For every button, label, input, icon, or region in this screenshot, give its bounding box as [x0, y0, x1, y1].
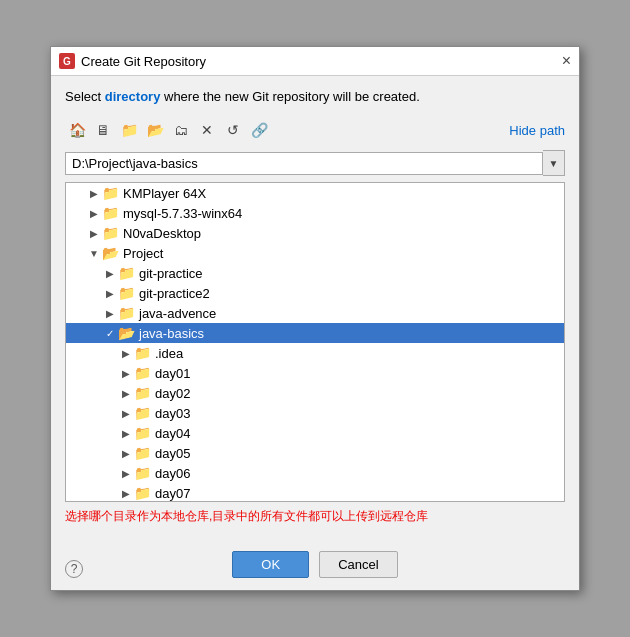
- create-git-repository-dialog: G Create Git Repository × Select directo…: [50, 46, 580, 591]
- path-dropdown-button[interactable]: ▼: [543, 150, 565, 176]
- description-text: Select directory where the new Git repos…: [65, 88, 565, 106]
- folder-icon: 📁: [102, 225, 119, 241]
- tree-item-label: day02: [155, 386, 190, 401]
- tree-item-day07[interactable]: ▶ 📁 day07: [66, 483, 564, 502]
- refresh-folder-button[interactable]: 🗂: [169, 118, 193, 142]
- expand-arrow: ▶: [118, 428, 134, 439]
- expand-arrow: ▶: [118, 448, 134, 459]
- folder-icon: 📁: [134, 345, 151, 361]
- path-input[interactable]: [65, 152, 543, 175]
- sync-button[interactable]: ↺: [221, 118, 245, 142]
- tree-item-label: day04: [155, 426, 190, 441]
- expand-arrow: ▶: [86, 208, 102, 219]
- expand-arrow: ▶: [118, 468, 134, 479]
- tree-item-n0va[interactable]: ▶ 📁 N0vaDesktop: [66, 223, 564, 243]
- tree-item-label: java-basics: [139, 326, 204, 341]
- tree-item-mysql[interactable]: ▶ 📁 mysql-5.7.33-winx64: [66, 203, 564, 223]
- tree-item-project[interactable]: ▼ 📂 Project: [66, 243, 564, 263]
- dialog-footer: OK Cancel: [51, 543, 579, 590]
- expand-arrow: ▶: [86, 228, 102, 239]
- delete-button[interactable]: ✕: [195, 118, 219, 142]
- folder-icon: 📁: [134, 365, 151, 381]
- folder-icon: 📁: [118, 285, 135, 301]
- description-highlight: directory: [105, 89, 161, 104]
- folder-icon: 📁: [134, 445, 151, 461]
- dialog-body: Select directory where the new Git repos…: [51, 76, 579, 543]
- expand-arrow: ✓: [102, 328, 118, 339]
- dialog-icon: G: [59, 53, 75, 69]
- expand-arrow: ▶: [102, 308, 118, 319]
- home-button[interactable]: 🏠: [65, 118, 89, 142]
- tree-item-label: Project: [123, 246, 163, 261]
- folder-up-button[interactable]: 📂: [143, 118, 167, 142]
- computer-button[interactable]: 🖥: [91, 118, 115, 142]
- folder-icon: 📁: [134, 425, 151, 441]
- file-tree[interactable]: ▶ 📁 KMPlayer 64X ▶ 📁 mysql-5.7.33-winx64…: [65, 182, 565, 502]
- tree-item-label: .idea: [155, 346, 183, 361]
- tree-item-day01[interactable]: ▶ 📁 day01: [66, 363, 564, 383]
- new-folder-button[interactable]: 📁: [117, 118, 141, 142]
- annotation-text: 选择哪个目录作为本地仓库,目录中的所有文件都可以上传到远程仓库: [65, 508, 565, 525]
- tree-item-label: day03: [155, 406, 190, 421]
- folder-icon: 📁: [118, 305, 135, 321]
- tree-item-java-advence[interactable]: ▶ 📁 java-advence: [66, 303, 564, 323]
- expand-arrow: ▶: [86, 188, 102, 199]
- tree-item-kmplayer[interactable]: ▶ 📁 KMPlayer 64X: [66, 183, 564, 203]
- expand-arrow: ▶: [118, 388, 134, 399]
- tree-item-label: day07: [155, 486, 190, 501]
- folder-icon: 📁: [102, 205, 119, 221]
- tree-item-label: java-advence: [139, 306, 216, 321]
- expand-arrow: ▼: [86, 248, 102, 259]
- tree-item-day03[interactable]: ▶ 📁 day03: [66, 403, 564, 423]
- folder-icon: 📁: [102, 185, 119, 201]
- hide-path-button[interactable]: Hide path: [509, 123, 565, 138]
- tree-item-label: git-practice: [139, 266, 203, 281]
- tree-item-label: KMPlayer 64X: [123, 186, 206, 201]
- tree-item-git-practice[interactable]: ▶ 📁 git-practice: [66, 263, 564, 283]
- tree-item-day02[interactable]: ▶ 📁 day02: [66, 383, 564, 403]
- title-bar-left: G Create Git Repository: [59, 53, 206, 69]
- dialog-title: Create Git Repository: [81, 54, 206, 69]
- ok-button[interactable]: OK: [232, 551, 309, 578]
- expand-arrow: ▶: [102, 288, 118, 299]
- cancel-button[interactable]: Cancel: [319, 551, 397, 578]
- expand-arrow: ▶: [118, 368, 134, 379]
- tree-item-label: day01: [155, 366, 190, 381]
- tree-item-day06[interactable]: ▶ 📁 day06: [66, 463, 564, 483]
- folder-icon: 📂: [102, 245, 119, 261]
- folder-icon: 📁: [134, 385, 151, 401]
- tree-item-day04[interactable]: ▶ 📁 day04: [66, 423, 564, 443]
- folder-icon: 📁: [134, 485, 151, 501]
- folder-icon: 📁: [134, 465, 151, 481]
- tree-item-label: mysql-5.7.33-winx64: [123, 206, 242, 221]
- expand-arrow: ▶: [102, 268, 118, 279]
- tree-item-java-basics[interactable]: ✓ 📂 java-basics: [66, 323, 564, 343]
- link-button[interactable]: 🔗: [247, 118, 271, 142]
- toolbar: 🏠 🖥 📁 📂 🗂 ✕ ↺ 🔗 Hide path: [65, 116, 565, 144]
- help-button[interactable]: ?: [65, 560, 83, 578]
- tree-item-label: day06: [155, 466, 190, 481]
- expand-arrow: ▶: [118, 488, 134, 499]
- tree-item-idea[interactable]: ▶ 📁 .idea: [66, 343, 564, 363]
- tree-item-git-practice2[interactable]: ▶ 📁 git-practice2: [66, 283, 564, 303]
- tree-item-day05[interactable]: ▶ 📁 day05: [66, 443, 564, 463]
- expand-arrow: ▶: [118, 408, 134, 419]
- path-row: ▼: [65, 150, 565, 176]
- close-button[interactable]: ×: [562, 53, 571, 69]
- tree-item-label: git-practice2: [139, 286, 210, 301]
- title-bar: G Create Git Repository ×: [51, 47, 579, 76]
- folder-icon: 📂: [118, 325, 135, 341]
- folder-icon: 📁: [134, 405, 151, 421]
- tree-item-label: N0vaDesktop: [123, 226, 201, 241]
- expand-arrow: ▶: [118, 348, 134, 359]
- folder-icon: 📁: [118, 265, 135, 281]
- tree-item-label: day05: [155, 446, 190, 461]
